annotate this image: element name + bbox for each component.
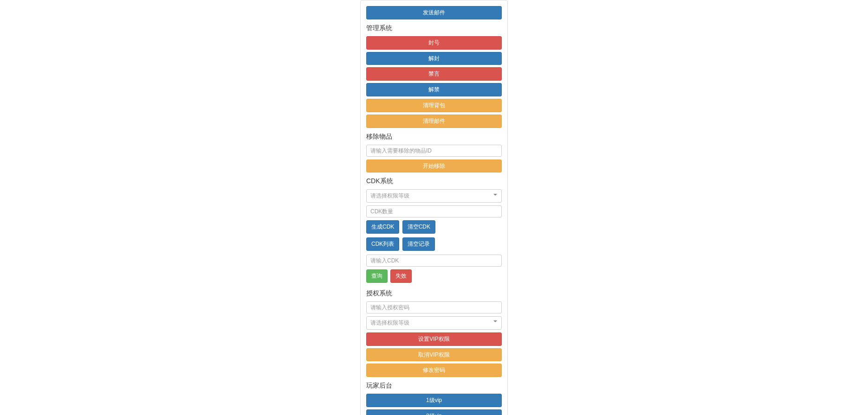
invalidate-cdk-button[interactable]: 失效 xyxy=(390,269,412,283)
player-backend-title: 玩家后台 xyxy=(366,382,502,390)
cdk-list-button[interactable]: CDK列表 xyxy=(366,237,399,251)
clear-bag-button[interactable]: 清理背包 xyxy=(366,99,502,112)
unmute-button[interactable]: 解禁 xyxy=(366,83,502,96)
remove-item-title: 移除物品 xyxy=(366,133,502,141)
query-cdk-button[interactable]: 查询 xyxy=(366,269,388,283)
mute-button[interactable]: 禁言 xyxy=(366,67,502,81)
clear-cdk-button[interactable]: 清空CDK xyxy=(402,220,435,234)
cdk-amount-input[interactable] xyxy=(366,205,502,217)
unban-button[interactable]: 解封 xyxy=(366,52,502,65)
vip2-button[interactable]: 2级vip xyxy=(366,409,502,415)
ban-button[interactable]: 封号 xyxy=(366,36,502,50)
clear-mail-button[interactable]: 清理邮件 xyxy=(366,115,502,128)
cdk-input[interactable] xyxy=(366,255,502,267)
send-mail-button[interactable]: 发送邮件 xyxy=(366,6,502,19)
remove-item-input[interactable] xyxy=(366,145,502,157)
set-vip-button[interactable]: 设置VIP权限 xyxy=(366,332,502,346)
cdk-level-select[interactable]: 请选择权限等级 xyxy=(366,189,502,203)
admin-system-title: 管理系统 xyxy=(366,24,502,32)
clear-log-button[interactable]: 清空记录 xyxy=(402,237,435,251)
vip1-button[interactable]: 1级vip xyxy=(366,394,502,407)
auth-change-pwd-button[interactable]: 修改密码 xyxy=(366,364,502,377)
cancel-vip-button[interactable]: 取消VIP权限 xyxy=(366,348,502,362)
generate-cdk-button[interactable]: 生成CDK xyxy=(366,220,399,234)
cdk-system-title: CDK系统 xyxy=(366,177,502,185)
auth-password-input[interactable] xyxy=(366,301,502,313)
start-remove-button[interactable]: 开始移除 xyxy=(366,160,502,173)
auth-level-select[interactable]: 请选择权限等级 xyxy=(366,316,502,330)
auth-system-title: 授权系统 xyxy=(366,289,502,298)
